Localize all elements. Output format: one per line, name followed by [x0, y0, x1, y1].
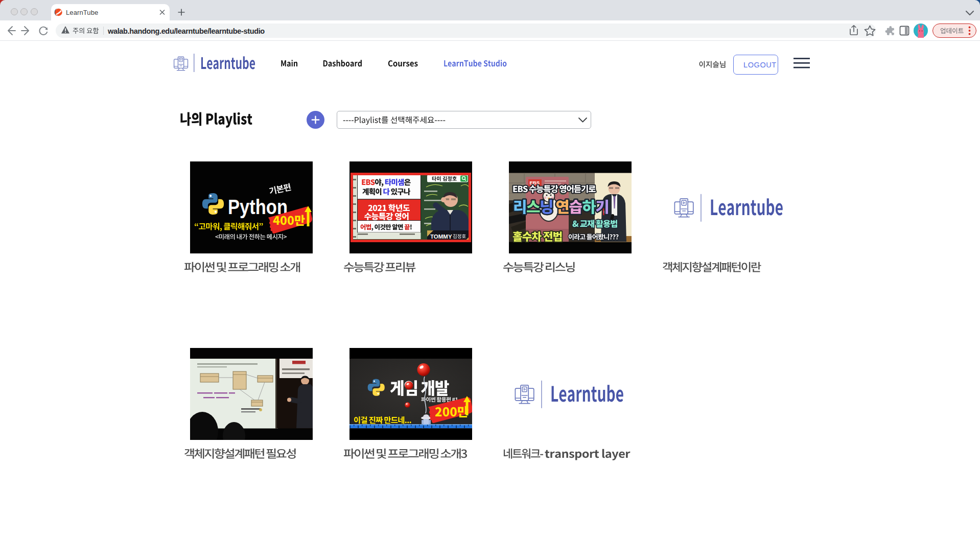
svg-text:TOMMY: TOMMY — [430, 234, 452, 240]
